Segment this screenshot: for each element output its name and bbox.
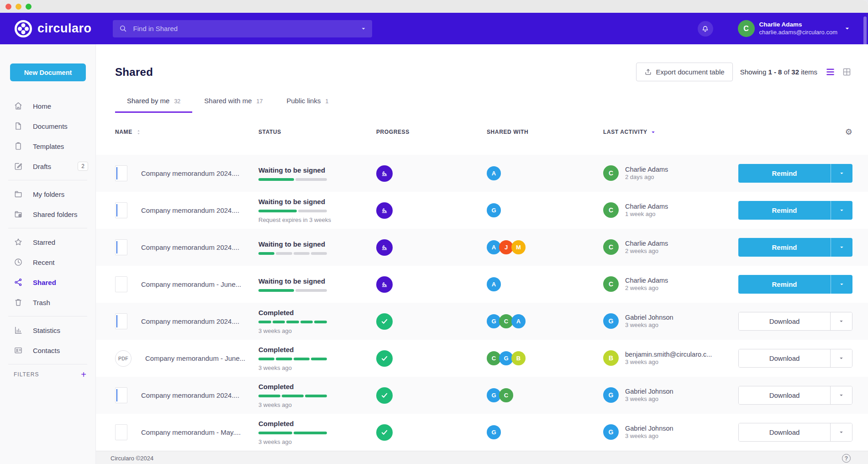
last-activity-cell: CCharlie Adams2 days ago — [603, 165, 738, 182]
column-header-name[interactable]: NAME — [115, 129, 258, 136]
download-dropdown-button[interactable] — [830, 312, 852, 330]
sort-desc-icon — [650, 129, 656, 135]
column-header-status: STATUS — [258, 129, 376, 135]
action-cell: Remind — [738, 164, 852, 183]
add-filter-button[interactable]: + — [81, 370, 86, 379]
tab-shared-by-me[interactable]: Shared by me32 — [115, 92, 192, 113]
document-name-cell: Company memorandum 2024.... — [115, 202, 258, 218]
document-file-icon — [115, 239, 127, 255]
sidebar-item-my-folders[interactable]: My folders — [0, 184, 95, 204]
folder-icon — [14, 190, 23, 199]
scrollbar-thumb[interactable] — [863, 16, 867, 48]
table-row[interactable]: Company memorandum - June...Waiting to b… — [96, 266, 868, 303]
sidebar-item-label: My folders — [33, 190, 88, 198]
tab-label: Shared with me — [204, 97, 252, 105]
help-button[interactable]: ? — [842, 454, 851, 463]
sort-icon[interactable] — [135, 129, 142, 136]
table-row[interactable]: Company memorandum 2024....Waiting to be… — [96, 229, 868, 266]
search-dropdown-caret-icon[interactable] — [360, 26, 367, 32]
activity-user-avatar: B — [603, 350, 619, 366]
activity-user-avatar: G — [603, 424, 619, 440]
maximize-window-button[interactable] — [26, 4, 32, 10]
sidebar-item-templates[interactable]: Templates — [0, 136, 95, 156]
template-icon — [14, 142, 23, 151]
sidebar-item-trash[interactable]: Trash — [0, 292, 95, 312]
activity-time: 2 weeks ago — [625, 248, 668, 255]
sidebar-item-label: Trash — [33, 299, 88, 306]
close-window-button[interactable] — [5, 4, 11, 10]
sidebar-item-starred[interactable]: Starred — [0, 232, 95, 252]
column-header-last-activity[interactable]: LAST ACTIVITY — [603, 129, 738, 135]
sidebar-item-drafts[interactable]: Drafts2 — [0, 156, 95, 176]
sidebar-item-label: Home — [33, 102, 88, 110]
document-name: Company memorandum 2024.... — [141, 317, 239, 325]
status-subtext: 3 weeks ago — [258, 327, 363, 334]
tab-public-links[interactable]: Public links1 — [274, 92, 340, 113]
progress-cell — [376, 350, 487, 367]
document-file-icon — [115, 202, 127, 218]
export-document-table-button[interactable]: Export document table — [636, 63, 733, 81]
document-icon — [14, 121, 23, 131]
download-dropdown-button[interactable] — [830, 386, 852, 404]
activity-time: 3 weeks ago — [625, 432, 673, 440]
signature-pending-icon — [376, 239, 393, 256]
sidebar-divider — [8, 364, 87, 364]
last-activity-cell: Bbenjamin.smith@circularo.c...3 weeks ag… — [603, 350, 738, 367]
pdf-file-icon: PDF — [115, 350, 132, 367]
list-view-icon[interactable] — [826, 67, 835, 77]
download-button[interactable]: Download — [739, 349, 830, 367]
status-subtext: 3 weeks ago — [258, 438, 363, 445]
star-icon — [14, 237, 23, 247]
sidebar-divider — [8, 180, 87, 180]
sidebar-item-statistics[interactable]: Statistics — [0, 320, 95, 340]
trash-icon — [14, 298, 23, 307]
remind-dropdown-button[interactable] — [831, 164, 852, 183]
shared-folder-icon — [14, 210, 23, 219]
tab-shared-with-me[interactable]: Shared with me17 — [192, 92, 274, 113]
new-document-button[interactable]: New Document — [10, 63, 86, 81]
sidebar-item-home[interactable]: Home — [0, 96, 95, 116]
download-dropdown-button[interactable] — [830, 349, 852, 367]
last-activity-cell: CCharlie Adams1 week ago — [603, 202, 738, 219]
remind-button[interactable]: Remind — [738, 164, 831, 183]
minimize-window-button[interactable] — [16, 4, 21, 10]
notifications-button[interactable] — [698, 21, 713, 37]
export-icon — [644, 68, 652, 76]
remind-button[interactable]: Remind — [738, 238, 831, 257]
download-button[interactable]: Download — [739, 312, 830, 330]
column-settings-gear-icon[interactable]: ⚙ — [845, 128, 852, 136]
column-header-label: LAST ACTIVITY — [603, 129, 647, 135]
remind-button[interactable]: Remind — [738, 201, 831, 220]
sidebar-item-label: Shared folders — [33, 211, 88, 218]
download-button[interactable]: Download — [739, 423, 830, 441]
remind-button[interactable]: Remind — [738, 275, 831, 294]
table-row[interactable]: PDFCompany memorandum - June...Completed… — [96, 340, 868, 377]
last-activity-cell: CCharlie Adams2 weeks ago — [603, 276, 738, 293]
download-button[interactable]: Download — [739, 386, 830, 404]
sidebar-item-shared[interactable]: Shared — [0, 272, 95, 292]
grid-view-icon[interactable] — [842, 67, 852, 77]
sidebar-item-label: Recent — [33, 258, 88, 266]
table-row[interactable]: Company memorandum 2024....Waiting to be… — [96, 155, 868, 192]
sidebar-item-documents[interactable]: Documents — [0, 116, 95, 136]
user-menu[interactable]: C Charlie Adams charlie.adams@circularo.… — [738, 20, 851, 37]
search-input[interactable]: Find in Shared — [113, 20, 372, 37]
last-activity-cell: CCharlie Adams2 weeks ago — [603, 239, 738, 256]
table-row[interactable]: Company memorandum 2024....Waiting to be… — [96, 192, 868, 229]
tab-count: 32 — [174, 98, 180, 105]
remind-dropdown-button[interactable] — [831, 275, 852, 294]
remind-dropdown-button[interactable] — [831, 201, 852, 220]
download-dropdown-button[interactable] — [830, 423, 852, 441]
table-row[interactable]: Company memorandum - May....Completed3 w… — [96, 414, 868, 451]
table-row[interactable]: Company memorandum 2024....Completed3 we… — [96, 377, 868, 414]
sidebar-item-recent[interactable]: Recent — [0, 252, 95, 272]
signature-pending-icon — [376, 202, 393, 219]
search-icon — [119, 25, 127, 32]
document-file-icon — [115, 165, 127, 181]
signature-pending-icon — [376, 276, 393, 293]
sidebar-item-shared-folders[interactable]: Shared folders — [0, 204, 95, 224]
remind-dropdown-button[interactable] — [831, 238, 852, 257]
sidebar-item-contacts[interactable]: Contacts — [0, 340, 95, 360]
table-row[interactable]: Company memorandum 2024....Completed3 we… — [96, 303, 868, 340]
last-activity-cell: GGabriel Johnson3 weeks ago — [603, 313, 738, 330]
